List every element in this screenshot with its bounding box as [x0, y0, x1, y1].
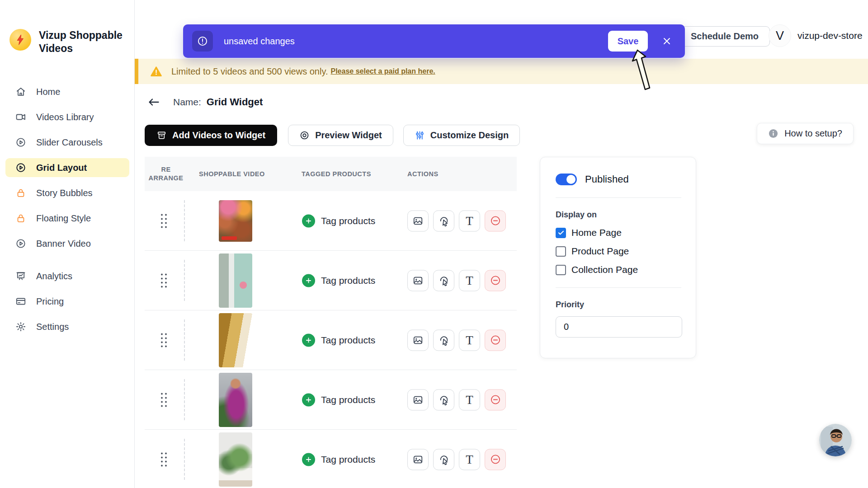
column-header-shoppable-video: SHOPPABLE VIDEO	[199, 157, 265, 191]
display-option-label: Home Page	[571, 227, 622, 238]
close-toast-button[interactable]	[661, 36, 672, 47]
display-option-collection-page[interactable]: Collection Page	[556, 264, 681, 275]
toggle-knob	[566, 175, 576, 184]
tag-products-label: Tag products	[321, 216, 375, 226]
checkbox-unchecked-icon[interactable]	[556, 246, 566, 257]
remove-video-button[interactable]	[485, 449, 506, 470]
drag-handle-icon[interactable]	[161, 333, 167, 347]
drag-handle-icon[interactable]	[161, 214, 167, 228]
drag-handle-icon[interactable]	[161, 393, 167, 407]
customize-design-button[interactable]: Customize Design	[403, 125, 520, 146]
text-icon: T	[466, 394, 473, 406]
change-thumbnail-button[interactable]	[407, 449, 429, 470]
click-action-button[interactable]	[433, 270, 454, 291]
video-thumbnail[interactable]	[219, 432, 252, 487]
customize-design-label: Customize Design	[430, 130, 509, 141]
paid-plan-link[interactable]: Please select a paid plan here.	[331, 67, 435, 75]
schedule-demo-button[interactable]: Schedule Demo	[679, 26, 770, 47]
row-actions: T	[407, 389, 506, 410]
video-thumbnail[interactable]	[219, 253, 252, 308]
published-label: Published	[585, 174, 629, 185]
play-circle-icon	[15, 162, 26, 173]
left-arrow-icon	[147, 97, 160, 108]
text-overlay-button[interactable]: T	[459, 449, 480, 470]
text-overlay-button[interactable]: T	[459, 329, 480, 351]
video-thumbnail[interactable]	[219, 373, 252, 427]
change-thumbnail-button[interactable]	[407, 210, 429, 231]
how-to-setup-button[interactable]: How to setup?	[757, 123, 854, 144]
store-avatar[interactable]: V	[769, 24, 791, 47]
lock-icon	[15, 213, 26, 224]
close-icon	[661, 36, 672, 47]
analytics-icon	[15, 271, 26, 282]
sidebar-item-home[interactable]: Home	[5, 82, 129, 101]
table-header: RE ARRANGE SHOPPABLE VIDEO TAGGED PRODUC…	[145, 157, 517, 191]
display-option-product-page[interactable]: Product Page	[556, 246, 681, 257]
preview-widget-button[interactable]: Preview Widget	[288, 125, 393, 146]
text-overlay-button[interactable]: T	[459, 270, 480, 291]
mouse-cursor-arrow	[631, 49, 655, 92]
change-thumbnail-button[interactable]	[407, 329, 429, 351]
table-row: Tag products T	[145, 251, 517, 310]
plus-icon	[302, 393, 315, 406]
sidebar-item-label: Story Bubbles	[36, 188, 93, 198]
click-action-button[interactable]	[433, 389, 454, 410]
minus-circle-icon	[490, 215, 501, 227]
tag-products-button[interactable]: Tag products	[302, 453, 375, 466]
display-option-label: Product Page	[571, 246, 629, 257]
priority-input[interactable]	[556, 316, 682, 338]
drag-handle-icon[interactable]	[161, 273, 167, 287]
click-action-button[interactable]	[433, 210, 454, 231]
toast-message: unsaved changes	[224, 36, 295, 47]
play-circle-icon	[15, 137, 26, 148]
add-videos-label: Add Videos to Widget	[172, 130, 265, 141]
sidebar-item-grid-layout[interactable]: Grid Layout	[5, 158, 129, 177]
sidebar-item-analytics[interactable]: Analytics	[5, 267, 129, 286]
checkbox-checked-icon[interactable]	[556, 228, 566, 238]
add-videos-button[interactable]: Add Videos to Widget	[145, 125, 277, 146]
video-thumbnail[interactable]	[219, 200, 252, 242]
display-option-home-page[interactable]: Home Page	[556, 227, 681, 238]
sidebar-item-slider-carousels[interactable]: Slider Carousels	[5, 133, 129, 152]
tag-products-button[interactable]: Tag products	[302, 393, 375, 406]
tag-products-button[interactable]: Tag products	[302, 274, 375, 287]
dashed-divider	[184, 319, 185, 361]
checkbox-unchecked-icon[interactable]	[556, 265, 566, 275]
sidebar-item-floating-style[interactable]: Floating Style	[5, 209, 129, 228]
panel-divider	[556, 287, 681, 288]
remove-video-button[interactable]	[485, 210, 506, 231]
drag-handle-icon[interactable]	[161, 452, 167, 466]
image-icon	[412, 394, 424, 405]
remove-video-button[interactable]	[485, 270, 506, 291]
support-chat-avatar[interactable]	[819, 424, 852, 456]
click-action-button[interactable]	[433, 449, 454, 470]
tag-products-button[interactable]: Tag products	[302, 333, 375, 347]
remove-video-button[interactable]	[485, 329, 506, 351]
sidebar-item-story-bubbles[interactable]: Story Bubbles	[5, 183, 129, 202]
change-thumbnail-button[interactable]	[407, 389, 429, 410]
published-toggle[interactable]	[556, 174, 577, 185]
remove-video-button[interactable]	[485, 389, 506, 410]
sidebar: Vizup Shoppable Videos Home Videos Libra…	[0, 0, 135, 488]
column-header-rearrange: RE ARRANGE	[147, 157, 184, 191]
display-option-label: Collection Page	[571, 264, 638, 275]
sidebar-item-banner-video[interactable]: Banner Video	[5, 234, 129, 253]
sidebar-item-settings[interactable]: Settings	[5, 317, 129, 336]
sidebar-item-pricing[interactable]: Pricing	[5, 292, 129, 311]
plus-icon	[302, 333, 315, 347]
sidebar-item-videos-library[interactable]: Videos Library	[5, 108, 129, 127]
warning-triangle-icon	[150, 66, 162, 78]
display-on-label: Display on	[556, 210, 681, 220]
back-button[interactable]	[147, 97, 160, 108]
video-thumbnail[interactable]	[219, 313, 252, 367]
text-overlay-button[interactable]: T	[459, 389, 480, 410]
sidebar-nav: Home Videos Library Slider Carousels Gri…	[5, 82, 129, 343]
change-thumbnail-button[interactable]	[407, 270, 429, 291]
sidebar-item-label: Floating Style	[36, 213, 91, 224]
widget-name-row: Name: Grid Widget	[147, 96, 263, 108]
alert-icon-box	[192, 31, 213, 52]
text-overlay-button[interactable]: T	[459, 210, 480, 231]
tag-products-button[interactable]: Tag products	[302, 214, 375, 227]
click-action-button[interactable]	[433, 329, 454, 351]
archive-box-icon	[156, 130, 167, 141]
